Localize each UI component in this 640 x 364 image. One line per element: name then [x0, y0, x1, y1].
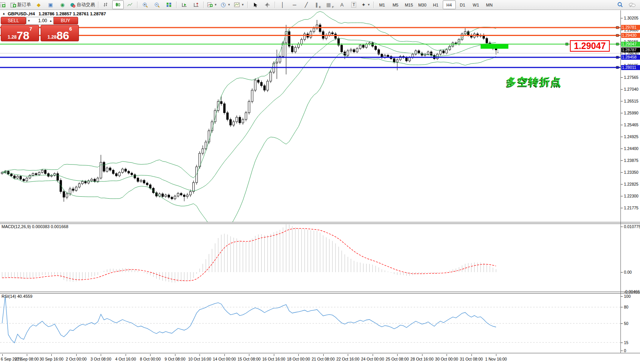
new-order-label: 新订单 — [17, 2, 31, 8]
line-handle — [566, 43, 568, 45]
cn-annotation-text[interactable]: 多空转折点 — [506, 75, 562, 89]
price-tick-mark — [621, 77, 623, 78]
collapse-triangle-icon[interactable]: ▲ — [2, 12, 5, 15]
dropdown-arrow-icon: ▼ — [241, 3, 244, 7]
volume-increase-icon[interactable]: ▲ — [48, 19, 53, 23]
trendline-button[interactable]: ╱ — [301, 0, 312, 9]
candlestick-chart-button[interactable] — [112, 0, 124, 9]
time-axis-label: 21 Oct 08:00 — [312, 357, 335, 361]
time-axis-label: 14 Oct 00:00 — [213, 357, 236, 361]
time-tick-mark — [373, 354, 373, 356]
zoom-out-button[interactable] — [151, 0, 163, 9]
price-tick-mark — [621, 208, 623, 208]
vertical-line-button[interactable]: │ — [277, 0, 288, 9]
equidistant-channel-button[interactable]: ∥E — [313, 0, 324, 9]
zoom-in-button[interactable] — [139, 0, 151, 9]
arrows-button[interactable]: ✦▼ — [360, 0, 372, 9]
profiles-button[interactable]: ◆ — [33, 0, 44, 9]
price-tick-label: 1.30205 — [624, 16, 638, 20]
fibonacci-button[interactable]: ▦F — [324, 0, 336, 9]
time-tick-mark — [27, 354, 27, 356]
buy-price-panel[interactable]: 1.28 86 6 — [41, 25, 79, 41]
price-tick-mark — [621, 172, 623, 173]
line-handle — [616, 66, 619, 69]
channel-e-subscript: E — [319, 5, 321, 9]
zoom-in-icon — [142, 2, 148, 8]
price-tick-label: 1.22825 — [624, 182, 638, 186]
toolbar-separator — [275, 2, 275, 8]
toolbar: 新订单 ◆ ▣ ◉ 自动交易 ▼ ▼ ▼ │ ─ ╱ ∥E ▦F A T ✦▼ … — [0, 0, 640, 10]
time-tick-mark — [323, 354, 324, 356]
timeframe-button-m15[interactable]: M15 — [403, 0, 416, 9]
line-handle — [616, 26, 619, 29]
search-button[interactable] — [614, 0, 626, 9]
volume-decrease-icon[interactable]: ▼ — [26, 19, 31, 23]
cursor-button[interactable] — [250, 0, 261, 9]
crosshair-button[interactable] — [262, 0, 273, 9]
tile-windows-button[interactable] — [163, 0, 175, 9]
timeframe-button-m30[interactable]: M30 — [416, 0, 429, 9]
signals-button[interactable]: ◉ — [57, 0, 68, 9]
timeframe-button-h1[interactable]: H1 — [429, 0, 442, 9]
price-tick-mark — [621, 113, 623, 113]
price-tick-label: 1.24925 — [624, 134, 638, 139]
timeframe-button-m1[interactable]: M1 — [376, 0, 389, 9]
line-chart-button[interactable] — [124, 0, 136, 9]
price-line-tag[interactable]: 1.28458 — [621, 55, 640, 60]
templates-button[interactable]: ▼ — [232, 0, 246, 9]
chat-button[interactable] — [626, 0, 638, 9]
autotrading-button[interactable]: 自动交易 — [69, 0, 97, 9]
text-button[interactable]: A — [336, 0, 348, 9]
rsi-tick-label: 15 — [624, 340, 629, 345]
sell-price-prefix: 1.28 — [8, 34, 16, 40]
time-tick-mark — [249, 354, 249, 356]
main-price-pane[interactable]: ↓ — [0, 10, 620, 222]
price-line-tag[interactable]: 1.28011 — [621, 65, 640, 70]
macd-pane[interactable] — [0, 224, 620, 292]
rsi-tick-label: 50 — [624, 321, 629, 326]
periods-button[interactable]: ▼ — [219, 0, 232, 9]
time-tick-mark — [2, 354, 3, 356]
volume-input[interactable]: ▼ 1.00 ▲ — [26, 17, 54, 24]
price-tick-label: 1.27565 — [624, 75, 638, 80]
profiles-icon: ◆ — [37, 2, 41, 7]
price-line-tag[interactable]: 1.29781 — [621, 25, 640, 30]
price-line-tag[interactable]: 1.29047 — [621, 42, 640, 47]
text-label-button[interactable]: T — [348, 0, 360, 9]
volume-value[interactable]: 1.00 — [31, 18, 48, 23]
pane-separator[interactable] — [0, 292, 640, 294]
time-tick-mark — [496, 354, 496, 356]
timeframe-button-m5[interactable]: M5 — [389, 0, 402, 9]
bar-chart-button[interactable] — [100, 0, 112, 9]
timeframe-button-h4[interactable]: H4 — [443, 0, 456, 9]
rsi-pane[interactable] — [0, 293, 620, 354]
timeframe-button-mn[interactable]: MN — [483, 0, 496, 9]
timeframe-button-w1[interactable]: W1 — [470, 0, 483, 9]
auto-scroll-button[interactable] — [178, 0, 190, 9]
toolbar-separator — [137, 2, 138, 8]
sell-button[interactable]: SELL — [1, 17, 26, 24]
market-watch-button[interactable]: ▣ — [45, 0, 56, 9]
buy-button[interactable]: BUY — [53, 17, 78, 24]
sell-price-panel[interactable]: 1.28 78 7 — [1, 25, 39, 41]
chart-shift-button[interactable] — [190, 0, 202, 9]
toolbar-separator — [176, 2, 177, 8]
sell-price-pip: 7 — [29, 26, 32, 32]
time-tick-mark — [150, 354, 151, 356]
time-axis-label: 16 Oct 16:00 — [262, 357, 285, 361]
indicators-button[interactable]: ▼ — [206, 0, 219, 9]
price-tick-mark — [621, 160, 623, 161]
new-chart-button[interactable] — [0, 0, 8, 9]
buy-price-main: 86 — [56, 30, 69, 41]
time-tick-mark — [200, 354, 200, 356]
price-callout-box[interactable]: 1.29047 — [570, 40, 610, 52]
price-tick-mark — [621, 196, 623, 196]
time-axis[interactable]: 6 Sep 201927 Sep 08:0030 Sep 16:002 Oct … — [0, 354, 640, 364]
timeframe-button-d1[interactable]: D1 — [456, 0, 469, 9]
pane-separator[interactable] — [0, 222, 640, 224]
new-order-button[interactable]: 新订单 — [9, 0, 33, 9]
price-tick-mark — [621, 184, 623, 184]
horizontal-line-button[interactable]: ─ — [289, 0, 300, 9]
time-tick-mark — [397, 354, 398, 356]
price-line-tag[interactable]: 1.29430 — [621, 33, 640, 38]
